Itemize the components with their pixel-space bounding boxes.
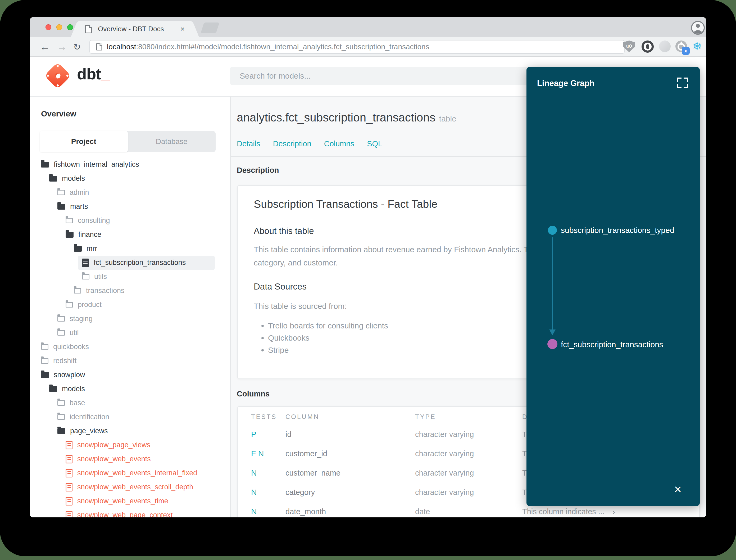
header-type: TYPE <box>415 413 436 421</box>
source-item: Quickbooks <box>268 332 388 344</box>
browser-window: Overview - DBT Docs × ← → ↻ localhost:80… <box>30 17 706 517</box>
tree-item-snowplow-web-events-internal-fixed[interactable]: snowplow_web_events_internal_fixed <box>30 466 230 480</box>
dbt-logo-icon[interactable] <box>44 62 71 89</box>
chevron-right-icon[interactable]: › <box>612 506 615 517</box>
tab-title: Overview - DBT Docs <box>98 25 164 33</box>
header-tests: TESTS <box>251 413 277 421</box>
model-file-icon-red <box>66 469 73 477</box>
tree-item-staging[interactable]: staging <box>30 312 230 326</box>
model-file-icon-red <box>66 497 73 505</box>
nav-description-link[interactable]: Description <box>273 139 312 148</box>
tree-item-identification[interactable]: identification <box>30 410 230 424</box>
tree-item-snowplow-page-views[interactable]: snowplow_page_views <box>30 438 230 452</box>
source-item: Stripe <box>268 344 388 356</box>
closed-folder-icon <box>57 330 65 336</box>
tree-item-snowplow-models[interactable]: models <box>30 382 230 396</box>
closed-folder-icon <box>41 344 48 350</box>
fullscreen-icon[interactable] <box>677 78 688 88</box>
browser-tab[interactable]: Overview - DBT Docs × <box>79 21 191 37</box>
overview-link[interactable]: Overview <box>41 109 76 118</box>
lineage-node-label[interactable]: subscription_transactions_typed <box>561 226 674 235</box>
power-extension-icon[interactable]: x <box>675 40 687 52</box>
page-security-icon <box>96 43 102 50</box>
url-path: :8080/index.html#!/model/model.fishtown_… <box>136 43 429 51</box>
browser-profile-icon[interactable] <box>691 21 705 35</box>
lineage-edge-arrow <box>552 237 553 329</box>
open-folder-icon <box>41 372 49 378</box>
open-folder-icon <box>57 204 65 210</box>
reload-button[interactable]: ↻ <box>73 40 81 54</box>
tree-item-snowplow[interactable]: snowplow <box>30 368 230 382</box>
closed-folder-icon <box>41 358 48 364</box>
tree-item-util[interactable]: util <box>30 326 230 340</box>
tests-cell: N <box>251 488 257 497</box>
tree-item-fct-subscription-transactions-selected[interactable]: fct_subscription_transactions <box>30 256 230 270</box>
closed-folder-icon <box>57 414 65 420</box>
tab-close-icon[interactable]: × <box>181 25 185 33</box>
lineage-node-dot-current[interactable] <box>547 339 557 349</box>
tree-item-base[interactable]: base <box>30 396 230 410</box>
tree-item-admin[interactable]: admin <box>30 186 230 200</box>
tree-item-quickbooks[interactable]: quickbooks <box>30 340 230 354</box>
tree-item-page-views[interactable]: page_views <box>30 424 230 438</box>
minimize-window-button[interactable] <box>56 24 62 30</box>
back-button[interactable]: ← <box>40 40 50 54</box>
doc-about-line2: category, and customer. <box>254 258 338 267</box>
close-window-button[interactable] <box>46 24 51 30</box>
lineage-graph-panel: Lineage Graph subscription_transactions_… <box>526 67 700 506</box>
open-folder-icon <box>49 386 57 392</box>
tree-item-fishtown-internal-analytics[interactable]: fishtown_internal_analytics <box>30 157 230 171</box>
tree-item-mrr[interactable]: mrr <box>30 242 230 256</box>
tree-item-consulting[interactable]: consulting <box>30 214 230 228</box>
screenshot-stage: Overview - DBT Docs × ← → ↻ localhost:80… <box>0 0 736 560</box>
lineage-node-dot-upstream[interactable] <box>548 226 557 235</box>
extension-icon[interactable] <box>659 40 671 52</box>
tree-item-product[interactable]: product <box>30 298 230 312</box>
tree-item-redshift[interactable]: redshift <box>30 354 230 368</box>
closed-folder-icon <box>66 218 73 223</box>
forward-button[interactable]: → <box>57 40 67 54</box>
tree-item-models[interactable]: models <box>30 171 230 186</box>
tree-item-utils[interactable]: utils <box>30 270 230 284</box>
ublock-extension-icon[interactable]: uO <box>623 40 635 52</box>
lineage-node-label[interactable]: fct_subscription_transactions <box>561 340 663 349</box>
nav-details-link[interactable]: Details <box>237 139 260 148</box>
close-icon[interactable]: × <box>674 483 681 496</box>
column-cell: date_month <box>286 507 326 516</box>
address-bar[interactable]: localhost:8080/index.html#!/model/model.… <box>89 40 625 54</box>
browser-tab-bar: Overview - DBT Docs × <box>30 17 706 37</box>
description-cell: This column indicates ... <box>522 507 604 516</box>
tests-cell: P <box>251 430 256 439</box>
zoom-window-button[interactable] <box>67 24 73 30</box>
tab-project[interactable]: Project <box>40 131 128 152</box>
closed-folder-icon <box>66 302 73 308</box>
tab-database[interactable]: Database <box>128 131 216 152</box>
columns-section-label: Columns <box>237 390 270 398</box>
tree-item-snowplow-web-events-scroll-depth[interactable]: snowplow_web_events_scroll_depth <box>30 480 230 494</box>
tree-item-snowplow-web-events-time[interactable]: snowplow_web_events_time <box>30 494 230 508</box>
column-cell: category <box>286 488 315 496</box>
nav-columns-link[interactable]: Columns <box>324 139 354 148</box>
closed-folder-icon <box>57 190 65 195</box>
doc-sources-list: Trello boards for consulting clients Qui… <box>261 320 388 356</box>
page-title-suffix: table <box>439 114 456 123</box>
tree-item-marts[interactable]: marts <box>30 200 230 214</box>
type-cell: date <box>415 507 430 516</box>
column-cell: customer_id <box>286 449 327 458</box>
browser-menu-icon[interactable]: ⋮ <box>705 40 706 52</box>
open-folder-icon <box>41 162 49 168</box>
nav-sql-link[interactable]: SQL <box>367 139 382 148</box>
doc-about-heading: About this table <box>254 226 314 236</box>
type-cell: character varying <box>415 449 474 458</box>
password-extension-icon[interactable] <box>642 40 654 53</box>
new-tab-button[interactable] <box>201 22 220 33</box>
snowflake-extension-icon[interactable]: ❄ <box>691 40 703 52</box>
tree-item-snowplow-web-page-context[interactable]: snowplow_web_page_context <box>30 508 230 517</box>
tree-item-snowplow-web-events[interactable]: snowplow_web_events <box>30 452 230 466</box>
open-folder-icon <box>57 428 65 434</box>
tree-item-transactions[interactable]: transactions <box>30 284 230 298</box>
page-title: analytics.fct_subscription_transactionst… <box>237 111 456 124</box>
closed-folder-icon <box>57 316 65 322</box>
tests-cell: N <box>251 468 257 477</box>
tree-item-finance[interactable]: finance <box>30 228 230 242</box>
